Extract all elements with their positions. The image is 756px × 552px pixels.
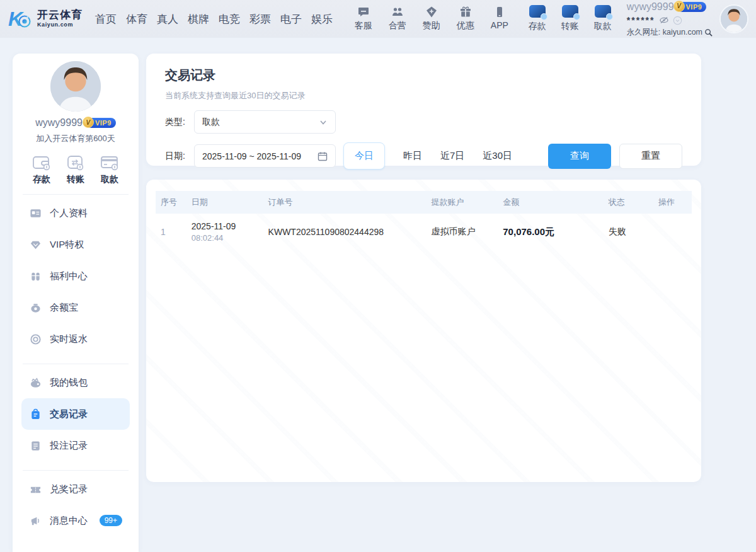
transfer-icon <box>66 154 85 171</box>
sponsor-button[interactable]: 赞助 <box>418 6 445 32</box>
user-account-block[interactable]: wywy9999 V VIP9 ****** 永久网址 <box>627 0 713 37</box>
sidebar-transfer-label: 转账 <box>67 174 84 185</box>
sidebar-item-vip[interactable]: VIP特权 <box>21 229 130 260</box>
sidebar-item-welfare-label: 福利中心 <box>50 270 88 282</box>
sidebar-vip-level: VIP9 <box>95 119 112 127</box>
promo-button[interactable]: 优惠 <box>452 6 479 32</box>
brand-domain: Kaiyun.com <box>37 22 83 28</box>
sidebar-deposit-button[interactable]: 存款 <box>32 154 51 185</box>
sidebar-deposit-label: 存款 <box>33 174 50 185</box>
nav-sports[interactable]: 体育 <box>126 12 147 26</box>
cell-seq: 1 <box>156 214 186 250</box>
transaction-table-card: 序号 日期 订单号 提款账户 金额 状态 操作 1 2025-11-09 08:… <box>146 180 701 482</box>
sidebar-item-wallet-label: 我的钱包 <box>50 377 88 389</box>
nav-lottery[interactable]: 彩票 <box>249 12 271 26</box>
vip-gem-icon <box>30 239 42 251</box>
masked-balance: ****** <box>627 14 655 26</box>
app-button[interactable]: APP <box>486 6 513 32</box>
nav-esports[interactable]: 电竞 <box>219 12 240 26</box>
service-button[interactable]: 客服 <box>350 6 377 32</box>
partners-button[interactable]: 合营 <box>384 6 411 32</box>
welfare-gift-icon <box>30 270 42 282</box>
table-row: 1 2025-11-09 08:02:44 KWWT20251109080244… <box>156 214 692 250</box>
piggy-bank-icon <box>30 302 42 314</box>
cell-time-value: 08:02:44 <box>192 233 258 243</box>
sidebar-item-messages-label: 消息中心 <box>50 515 88 527</box>
cell-date-value: 2025-11-09 <box>192 221 258 231</box>
message-count-badge: 99+ <box>100 515 122 526</box>
sidebar-item-yuebao-label: 余额宝 <box>50 302 78 314</box>
date-range-input[interactable]: 2025-11-09 ~ 2025-11-09 <box>194 144 336 168</box>
sidebar-item-bets[interactable]: 投注记录 <box>21 430 130 461</box>
chat-icon <box>357 6 370 18</box>
gift-icon <box>459 6 472 18</box>
shortcut-7days[interactable]: 近7日 <box>440 150 464 162</box>
nav-slots[interactable]: 电子 <box>280 12 302 26</box>
cell-order-no: KWWT202511090802444298 <box>263 214 427 250</box>
sidebar-withdraw-button[interactable]: 取款 <box>100 154 119 185</box>
cell-amount: 70,076.00元 <box>498 214 604 250</box>
kaiyun-k-icon: K <box>8 6 33 32</box>
nav-chess[interactable]: 棋牌 <box>188 12 209 26</box>
col-amount: 金额 <box>498 191 604 214</box>
vip-level: VIP9 <box>686 3 702 12</box>
sidebar-item-wallet[interactable]: 我的钱包 <box>21 367 130 398</box>
transactions-table: 序号 日期 订单号 提款账户 金额 状态 操作 1 2025-11-09 08:… <box>156 191 692 250</box>
sidebar-item-vip-label: VIP特权 <box>50 239 84 251</box>
withdraw-button[interactable]: 取款 <box>589 5 617 32</box>
transfer-button[interactable]: 转账 <box>556 5 584 32</box>
promo-label: 优惠 <box>457 20 474 32</box>
type-label: 类型: <box>165 117 194 128</box>
nav-entertainment[interactable]: 娱乐 <box>311 12 333 26</box>
sidebar-withdraw-label: 取款 <box>101 174 118 185</box>
sidebar-item-rebate-label: 实时返水 <box>50 333 88 345</box>
shortcut-yesterday[interactable]: 昨日 <box>403 150 422 162</box>
sidebar-avatar[interactable] <box>50 61 101 112</box>
id-card-icon <box>30 207 42 219</box>
avatar-photo <box>721 6 747 32</box>
sidebar-transfer-button[interactable]: 转账 <box>66 154 85 185</box>
deposit-button[interactable]: 存款 <box>524 5 551 32</box>
bet-record-icon <box>30 440 42 452</box>
page-subtitle: 当前系统支持查询最近30日的交易记录 <box>165 90 682 101</box>
rebate-circle-icon <box>30 333 42 345</box>
date-range-value: 2025-11-09 ~ 2025-11-09 <box>202 151 318 161</box>
calendar-icon <box>318 151 328 161</box>
chevron-circle-icon[interactable] <box>673 16 682 25</box>
shortcut-today[interactable]: 今日 <box>343 142 385 170</box>
sidebar-item-prizes[interactable]: 兑奖记录 <box>21 473 130 505</box>
user-avatar[interactable] <box>719 4 748 33</box>
vip-badge: V VIP9 <box>677 2 707 12</box>
sidebar-item-yuebao[interactable]: 余额宝 <box>21 292 130 323</box>
nav-home[interactable]: 首页 <box>95 12 117 26</box>
partners-label: 合营 <box>389 20 406 32</box>
magnifier-icon[interactable] <box>704 28 713 37</box>
cell-action <box>653 214 692 250</box>
search-button[interactable]: 查询 <box>548 144 611 169</box>
type-select[interactable]: 取款 <box>194 110 336 134</box>
col-account: 提款账户 <box>427 191 498 214</box>
nav-live[interactable]: 真人 <box>157 12 178 26</box>
phone-icon <box>493 6 506 18</box>
sidebar-item-transactions[interactable]: 交易记录 <box>21 398 130 430</box>
sidebar-item-rebate[interactable]: 实时返水 <box>21 323 130 355</box>
sidebar-username: wywy9999 <box>35 117 83 129</box>
sidebar-item-profile[interactable]: 个人资料 <box>21 197 130 229</box>
main-nav: 首页 体育 真人 棋牌 电竞 彩票 电子 娱乐 <box>95 12 333 26</box>
my-wallet-icon <box>30 377 42 389</box>
sidebar-avatar-photo <box>50 61 101 112</box>
col-order: 订单号 <box>263 191 427 214</box>
sidebar-item-messages[interactable]: 消息中心 99+ <box>21 505 130 536</box>
reset-button[interactable]: 重置 <box>619 144 682 169</box>
deposit-card-icon <box>529 5 546 19</box>
kaiyun-logo[interactable]: K 开云体育 Kaiyun.com <box>0 6 83 32</box>
eye-off-icon[interactable] <box>659 15 669 25</box>
col-seq: 序号 <box>156 191 186 214</box>
shortcut-30days[interactable]: 近30日 <box>483 150 512 162</box>
transfer-card-icon <box>562 5 578 19</box>
transaction-bag-icon <box>30 408 42 420</box>
sidebar-divider <box>23 364 129 364</box>
sidebar-item-welfare[interactable]: 福利中心 <box>21 260 130 292</box>
app-label: APP <box>491 20 508 30</box>
table-header-row: 序号 日期 订单号 提款账户 金额 状态 操作 <box>156 191 692 214</box>
